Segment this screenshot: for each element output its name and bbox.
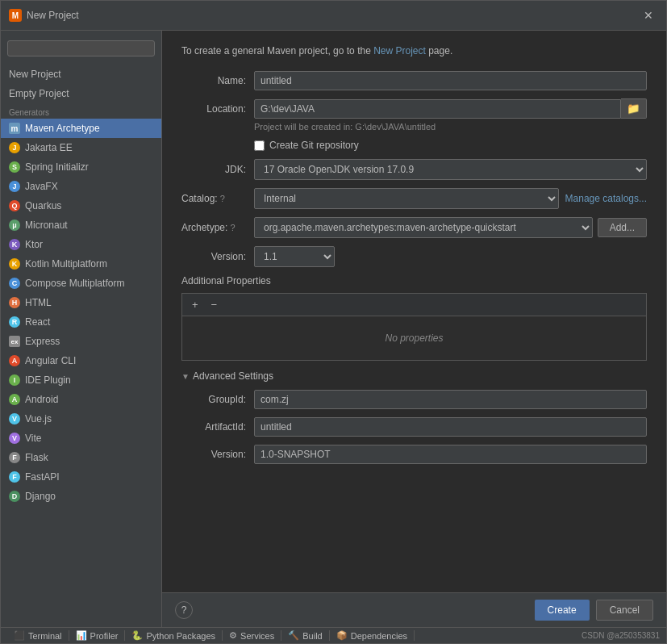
advanced-toggle[interactable]: Advanced Settings (181, 370, 647, 382)
path-hint: Project will be created in: G:\dev\JAVA\… (254, 122, 647, 132)
git-checkbox-label[interactable]: Create Git repository (269, 140, 359, 151)
dependencies-tab[interactable]: 📦 Dependencies (330, 630, 415, 641)
dependencies-icon: 📦 (336, 630, 348, 641)
version-select[interactable]: 1.1 (254, 246, 335, 267)
sidebar-item-vite[interactable]: V Vite (1, 429, 161, 448)
kotlin-icon: K (9, 258, 20, 270)
catalog-help-icon[interactable]: ? (220, 194, 225, 203)
catalog-label-group: Catalog: ? (181, 193, 254, 204)
new-project-link[interactable]: New Project (373, 45, 426, 56)
terminal-tab[interactable]: ⬛ Terminal (7, 630, 69, 641)
sidebar-item-ktor[interactable]: K Ktor (1, 235, 161, 254)
sidebar-item-android[interactable]: A Android (1, 390, 161, 409)
artifactid-row: ArtifactId: (181, 417, 647, 437)
spring-icon: S (9, 161, 20, 173)
search-input[interactable] (7, 40, 155, 56)
flask-icon: F (9, 452, 20, 463)
manage-catalogs-link[interactable]: Manage catalogs... (565, 193, 647, 204)
services-tab[interactable]: ⚙ Services (223, 630, 281, 641)
archetype-row: Archetype: ? org.apache.maven.archetypes… (181, 217, 647, 238)
archetype-label: Archetype: (181, 222, 227, 233)
sidebar-item-fastapi[interactable]: F FastAPI (1, 467, 161, 487)
sidebar-item-angular[interactable]: A Angular CLI (1, 351, 161, 370)
build-label: Build (302, 631, 322, 641)
maven-label: Maven Archetype (25, 123, 100, 134)
jdk-select[interactable]: 17 Oracle OpenJDK version 17.0.9 (254, 159, 647, 180)
artifactid-input[interactable] (254, 417, 647, 437)
sidebar-item-vue[interactable]: V Vue.js (1, 409, 161, 429)
sidebar-item-express[interactable]: ex Express (1, 332, 161, 351)
sidebar-item-spring[interactable]: S Spring Initializr (1, 157, 161, 177)
git-checkbox-row: Create Git repository (254, 140, 647, 151)
artifactid-label: ArtifactId: (181, 421, 254, 433)
fastapi-icon: F (9, 471, 20, 483)
generators-label: Generators (1, 103, 161, 119)
sidebar-item-html[interactable]: H HTML (1, 293, 161, 312)
name-input[interactable] (254, 71, 647, 90)
location-row: Location: 📁 (181, 98, 647, 119)
sidebar-item-jakarta[interactable]: J Jakarta EE (1, 138, 161, 157)
cancel-button[interactable]: Cancel (596, 600, 653, 621)
footer-right: Create Cancel (535, 600, 653, 621)
javafx-icon: J (9, 181, 20, 192)
catalog-select[interactable]: Internal (254, 188, 559, 209)
android-label: Android (25, 394, 58, 405)
ktor-label: Ktor (25, 239, 43, 250)
sidebar-item-javafx[interactable]: J JavaFX (1, 177, 161, 196)
name-row: Name: (181, 71, 647, 90)
django-label: Django (25, 491, 56, 502)
micronaut-label: Micronaut (25, 220, 68, 231)
help-button[interactable]: ? (175, 601, 193, 619)
groupid-input[interactable] (254, 390, 647, 409)
advanced-label: Advanced Settings (193, 370, 273, 382)
additional-props-title: Additional Properties (181, 275, 647, 286)
profiler-tab[interactable]: 📊 Profiler (69, 630, 126, 641)
advanced-section: GroupId: ArtifactId: Version: (181, 390, 647, 464)
sidebar-item-empty-project[interactable]: Empty Project (1, 84, 161, 103)
ide-icon: I (9, 374, 20, 386)
create-button[interactable]: Create (535, 600, 590, 621)
git-checkbox[interactable] (254, 140, 265, 151)
build-tab[interactable]: 🔨 Build (281, 630, 329, 641)
location-input[interactable] (254, 99, 621, 119)
maven-icon: m (9, 123, 20, 134)
adv-version-label: Version: (181, 449, 254, 460)
add-button[interactable]: Add... (598, 218, 647, 237)
archetype-label-group: Archetype: ? (181, 222, 254, 233)
compose-icon: C (9, 278, 20, 289)
sidebar-item-maven[interactable]: m Maven Archetype (1, 119, 161, 138)
python-packages-tab[interactable]: 🐍 Python Packages (125, 630, 223, 641)
quarkus-icon: Q (9, 200, 20, 211)
adv-version-input[interactable] (254, 445, 647, 464)
groupid-label: GroupId: (181, 394, 254, 405)
compose-label: Compose Multiplatform (25, 278, 124, 289)
services-label: Services (240, 631, 274, 641)
archetype-help-icon[interactable]: ? (230, 223, 235, 232)
sidebar-item-micronaut[interactable]: μ Micronaut (1, 215, 161, 235)
add-property-button[interactable]: + (187, 297, 203, 312)
sidebar-item-quarkus[interactable]: Q Quarkus (1, 196, 161, 215)
html-icon: H (9, 297, 20, 308)
catalog-row: Catalog: ? Internal Manage catalogs... (181, 188, 647, 209)
python-packages-label: Python Packages (146, 631, 215, 641)
javafx-label: JavaFX (25, 181, 58, 192)
django-icon: D (9, 491, 20, 502)
sidebar-item-ide[interactable]: I IDE Plugin (1, 370, 161, 390)
sidebar-item-compose[interactable]: C Compose Multiplatform (1, 274, 161, 293)
sidebar-item-flask[interactable]: F Flask (1, 448, 161, 467)
close-button[interactable]: ✕ (639, 7, 658, 23)
dependencies-label: Dependencies (351, 631, 407, 641)
express-icon: ex (9, 336, 20, 347)
browse-button[interactable]: 📁 (621, 98, 647, 119)
version-label: Version: (181, 251, 254, 262)
sidebar-item-kotlin[interactable]: K Kotlin Multiplatform (1, 254, 161, 274)
sidebar-item-new-project[interactable]: New Project (1, 65, 161, 84)
react-label: React (25, 316, 50, 328)
archetype-select[interactable]: org.apache.maven.archetypes:maven-archet… (254, 217, 593, 238)
sidebar-item-django[interactable]: D Django (1, 487, 161, 506)
ide-label: IDE Plugin (25, 374, 71, 386)
remove-property-button[interactable]: − (206, 297, 223, 312)
groupid-row: GroupId: (181, 390, 647, 409)
dialog-footer: ? Create Cancel (162, 592, 666, 627)
sidebar-item-react[interactable]: R React (1, 312, 161, 332)
